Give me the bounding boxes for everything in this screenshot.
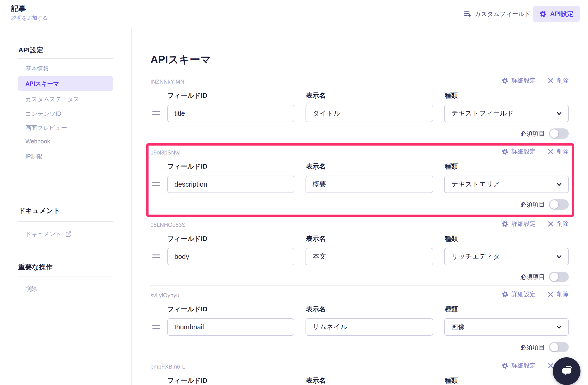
kind-select[interactable]: リッチエディタ <box>444 248 569 265</box>
divider <box>150 356 569 356</box>
schema-field-row: INZNNkY-MN 詳細設定 削除 フィールドID 表示名 種類 テキストフィ… <box>150 78 569 143</box>
required-row: 必須項目 <box>520 342 569 353</box>
field-row-id: 19ol3pSNwl <box>150 149 181 156</box>
delete-field-button[interactable]: 削除 <box>547 147 569 156</box>
chat-widget-button[interactable] <box>553 357 581 385</box>
display-name-input[interactable] <box>306 105 433 122</box>
field-id-label: フィールドID <box>167 91 208 100</box>
kind-label: 種類 <box>445 376 458 385</box>
advanced-settings-button[interactable]: 詳細設定 <box>502 147 536 156</box>
display-name-label: 表示名 <box>306 376 326 385</box>
gear-icon <box>502 148 508 155</box>
field-id-label: フィールドID <box>167 234 208 243</box>
required-label: 必須項目 <box>520 343 545 351</box>
advanced-settings-button[interactable]: 詳細設定 <box>502 290 536 298</box>
toggle-knob <box>550 129 558 138</box>
field-id-input[interactable] <box>167 176 294 193</box>
field-id-label: フィールドID <box>167 162 208 171</box>
kind-label: 種類 <box>445 234 458 243</box>
close-icon <box>547 78 554 84</box>
sidebar-section-api-settings: API設定 <box>18 46 43 55</box>
advanced-settings-button[interactable]: 詳細設定 <box>502 220 536 228</box>
required-toggle[interactable] <box>549 342 569 352</box>
schema-field-row-partial: bmpFXBm6-L 詳細設定 削除 フィールドID 表示名 種類 <box>150 363 569 385</box>
field-row-id: 05LNHGo53S <box>150 222 186 228</box>
field-id-input[interactable] <box>167 105 294 122</box>
display-name-label: 表示名 <box>306 162 326 171</box>
advanced-settings-button[interactable]: 詳細設定 <box>502 77 536 85</box>
close-icon <box>547 149 554 155</box>
divider <box>18 277 113 277</box>
custom-fields-label: カスタムフィールド <box>475 10 531 18</box>
advanced-settings-button[interactable]: 詳細設定 <box>502 362 536 370</box>
row-actions: 詳細設定 削除 <box>502 147 569 156</box>
required-toggle[interactable] <box>549 199 569 210</box>
settings-sidebar: API設定 基本情報 APIスキーマ カスタムステータス コンテンツID 画面プ… <box>0 28 132 385</box>
sidebar-section-important-ops: 重要な操作 <box>18 262 53 272</box>
drag-handle[interactable] <box>152 111 160 115</box>
kind-label: 種類 <box>445 91 458 100</box>
field-id-input[interactable] <box>167 248 294 265</box>
schema-field-row: svLyiOyhyu 詳細設定 削除 フィールドID 表示名 種類 画像 必須項… <box>150 292 569 357</box>
custom-fields-button[interactable]: カスタムフィールド <box>463 0 531 28</box>
drag-handle[interactable] <box>152 254 160 258</box>
display-name-label: 表示名 <box>306 91 326 100</box>
drag-handle[interactable] <box>152 182 160 186</box>
close-icon <box>547 363 554 369</box>
delete-field-button[interactable]: 削除 <box>547 220 569 228</box>
delete-field-button[interactable]: 削除 <box>547 77 569 85</box>
kind-select[interactable]: テキストフィールド <box>444 105 569 122</box>
field-row-id: INZNNkY-MN <box>150 78 184 85</box>
display-name-input[interactable] <box>306 318 433 336</box>
display-name-label: 表示名 <box>306 305 326 314</box>
chevron-down-icon <box>556 110 563 117</box>
schema-field-row: 05LNHGo53S 詳細設定 削除 フィールドID 表示名 種類 リッチエディ… <box>150 222 569 286</box>
display-name-input[interactable] <box>306 248 433 265</box>
required-toggle[interactable] <box>549 272 569 282</box>
api-settings-button[interactable]: API設定 <box>533 6 580 22</box>
external-link-icon <box>65 231 72 238</box>
display-name-input[interactable] <box>306 176 433 193</box>
playlist-add-icon <box>463 10 471 18</box>
chevron-down-icon <box>556 181 563 188</box>
gear-icon <box>502 77 508 84</box>
kind-select[interactable]: 画像 <box>444 318 569 336</box>
divider <box>18 221 113 222</box>
drag-handle[interactable] <box>152 325 160 329</box>
close-icon <box>547 291 554 297</box>
add-description-link[interactable]: 説明を追加する <box>11 15 48 22</box>
toggle-knob <box>550 200 558 209</box>
toggle-knob <box>550 343 558 351</box>
display-name-label: 表示名 <box>306 234 326 243</box>
required-row: 必須項目 <box>520 199 569 210</box>
sidebar-item-screen-preview[interactable]: 画面プレビュー <box>25 124 67 132</box>
row-actions: 詳細設定 削除 <box>502 290 569 298</box>
divider <box>150 75 569 75</box>
page-title: APIスキーマ <box>150 53 211 67</box>
close-icon <box>547 221 554 227</box>
sidebar-item-basic-info[interactable]: 基本情報 <box>25 65 49 73</box>
required-toggle[interactable] <box>549 128 569 139</box>
sidebar-item-webhook[interactable]: Webhook <box>25 138 50 145</box>
sidebar-item-delete-api[interactable]: 削除 <box>25 285 37 293</box>
kind-select[interactable]: テキストエリア <box>444 176 569 193</box>
gear-icon <box>502 220 508 228</box>
field-id-input[interactable] <box>167 318 294 336</box>
sidebar-item-document-link[interactable]: ドキュメント <box>25 230 72 238</box>
sidebar-item-api-schema[interactable]: APIスキーマ <box>18 76 113 91</box>
required-row: 必須項目 <box>520 271 569 282</box>
required-label: 必須項目 <box>520 200 545 209</box>
gear-icon <box>502 291 508 298</box>
divider <box>18 58 113 59</box>
sidebar-item-custom-status[interactable]: カスタムステータス <box>25 95 80 103</box>
field-row-id: svLyiOyhyu <box>150 292 179 299</box>
delete-field-button[interactable]: 削除 <box>547 290 569 298</box>
chat-icon <box>560 364 573 378</box>
row-actions: 詳細設定 削除 <box>502 220 569 228</box>
required-label: 必須項目 <box>520 273 545 281</box>
schema-field-row-highlighted: 19ol3pSNwl 詳細設定 削除 フィールドID 表示名 種類 テキストエリ… <box>150 149 569 214</box>
sidebar-item-ip-restriction[interactable]: IP制限 <box>25 153 43 160</box>
row-actions: 詳細設定 削除 <box>502 77 569 85</box>
sidebar-item-content-id[interactable]: コンテンツID <box>25 110 61 118</box>
gear-icon <box>502 362 508 369</box>
